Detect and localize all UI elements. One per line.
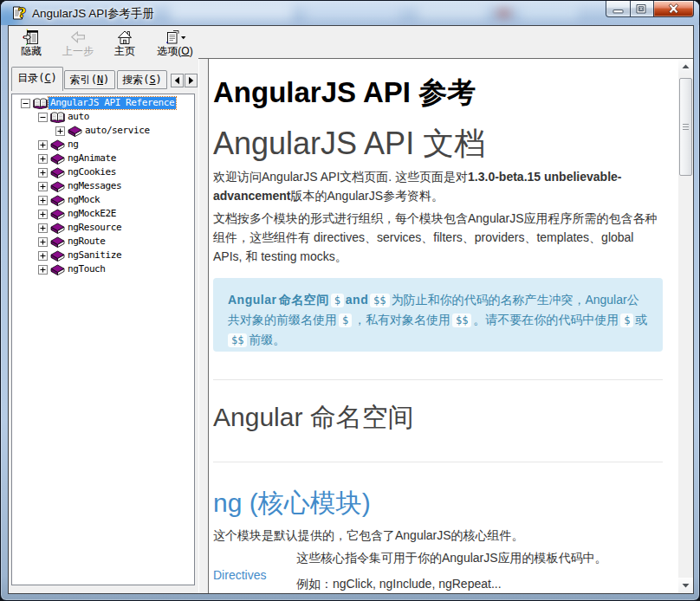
alert-segment: $ xyxy=(331,294,344,307)
tree-item-auto-service[interactable]: auto/service xyxy=(12,124,194,138)
alert-segment: $ xyxy=(339,313,352,327)
directives-line: 这些核心指令集可用于你的AngularJS应用的模板代码中。 xyxy=(296,549,607,566)
close-button[interactable] xyxy=(653,1,694,17)
tree-item-label[interactable]: auto/service xyxy=(83,125,152,137)
close-icon xyxy=(654,1,693,17)
tab-label-text: 索引 xyxy=(70,74,91,86)
directives-link[interactable]: Directives xyxy=(213,549,266,582)
expand-icon[interactable] xyxy=(38,182,48,191)
alert-segment: Angular 命名空间 xyxy=(228,293,329,307)
back-label: 上一步 xyxy=(62,46,94,57)
alert-segment: and xyxy=(346,293,368,307)
expand-icon[interactable] xyxy=(38,140,48,150)
expand-icon[interactable] xyxy=(38,223,48,233)
expand-icon[interactable] xyxy=(38,251,48,261)
minimize-icon xyxy=(606,1,630,17)
hide-button[interactable]: 隐藏 xyxy=(11,26,51,58)
closed-book-icon xyxy=(50,208,65,220)
tree-item-ngtouch[interactable]: ngTouch xyxy=(12,262,194,276)
alert-segment: $ xyxy=(620,313,633,327)
tree-item-angularjs-api-reference[interactable]: AngularJS API Reference xyxy=(12,96,194,110)
alert-segment: $$ xyxy=(370,294,389,307)
maximize-icon xyxy=(631,1,651,17)
alert-segment: ，私有对象名使用 xyxy=(353,313,450,326)
toolbar: 隐藏 上一步 主页 xyxy=(9,26,693,58)
alert-segment: 前缀。 xyxy=(249,333,285,346)
closed-book-icon xyxy=(50,180,65,192)
caption-buttons xyxy=(606,1,694,18)
help-viewer-window: ? AngularJS API参考手册 xyxy=(0,0,700,601)
options-button[interactable]: 选项(O) xyxy=(152,26,198,58)
titlebar-glass-haze xyxy=(496,9,511,18)
tree-item-label[interactable]: ngTouch xyxy=(66,263,107,275)
collapse-icon[interactable] xyxy=(21,99,30,108)
tree-item-ngcookies[interactable]: ngCookies xyxy=(12,165,194,179)
options-label: 选项(O) xyxy=(157,46,192,57)
tree-item-label[interactable]: ngMockE2E xyxy=(66,208,118,220)
tree-item-label[interactable]: ngMock xyxy=(66,194,101,206)
tree-item-nganimate[interactable]: ngAnimate xyxy=(12,152,194,165)
tree-item-ng[interactable]: ng xyxy=(12,138,194,152)
titlebar-glass-haze xyxy=(418,5,486,20)
tree-item-label[interactable]: ngCookies xyxy=(66,166,118,178)
expand-icon[interactable] xyxy=(38,210,48,219)
tab-access-key: S xyxy=(149,74,155,86)
namespace-heading: Angular 命名空间 xyxy=(213,403,663,432)
divider xyxy=(213,379,663,380)
right-arrow-icon xyxy=(187,76,195,85)
options-label-text: 选项 xyxy=(157,45,178,57)
expand-icon[interactable] xyxy=(38,265,48,275)
tree-item-label[interactable]: AngularJS API Reference xyxy=(49,97,176,109)
tab-scroll-left-button[interactable] xyxy=(171,74,184,87)
alert-segment: 。请不要在你的代码中使用 xyxy=(473,313,619,326)
closed-book-icon xyxy=(50,152,65,165)
tab-contents[interactable]: 目录(C) xyxy=(11,67,63,91)
tree-item-label[interactable]: ngRoute xyxy=(66,236,107,248)
divider xyxy=(213,462,663,462)
expand-icon[interactable] xyxy=(38,196,48,205)
content-scrollbar[interactable] xyxy=(678,59,693,593)
tree-item-label[interactable]: auto xyxy=(66,111,91,123)
scrollbar-thumb[interactable] xyxy=(679,78,692,176)
titlebar[interactable]: ? AngularJS API参考手册 xyxy=(1,1,700,25)
minimize-button[interactable] xyxy=(606,1,631,17)
tree-item-label[interactable]: ngMessages xyxy=(66,180,123,192)
tab-scroll-right-button[interactable] xyxy=(185,74,198,87)
collapse-icon[interactable] xyxy=(38,113,48,122)
intro-paragraph: 欢迎访问AngularJS API文档页面. 这些页面是对1.3.0-beta.… xyxy=(213,167,663,205)
titlebar-glass-haze xyxy=(521,5,578,20)
tab-search[interactable]: 搜索(S) xyxy=(117,70,167,89)
back-button[interactable]: 上一步 xyxy=(58,26,98,58)
directives-description-cell: 这些核心指令集可用于你的AngularJS应用的模板代码中。 例如：ngClic… xyxy=(296,549,607,592)
tree-item-label[interactable]: ngResource xyxy=(66,222,123,234)
tree-item-label[interactable]: ngAnimate xyxy=(66,152,118,165)
tree-item-label[interactable]: ngSanitize xyxy=(66,249,123,262)
scroll-down-icon xyxy=(682,583,690,588)
closed-book-icon xyxy=(50,194,65,206)
tree-item-ngroute[interactable]: ngRoute xyxy=(12,235,194,249)
tree-item-label[interactable]: ng xyxy=(66,139,80,151)
tree-item-ngmessages[interactable]: ngMessages xyxy=(12,179,194,193)
expand-icon[interactable] xyxy=(38,154,48,164)
maximize-button[interactable] xyxy=(631,1,653,17)
tree-item-ngsanitize[interactable]: ngSanitize xyxy=(12,249,194,262)
tab-label-text: 目录 xyxy=(17,72,38,84)
pane-splitter[interactable] xyxy=(198,59,209,593)
open-book-icon xyxy=(33,97,48,109)
tree-item-ngmocke2e[interactable]: ngMockE2E xyxy=(12,207,194,221)
expand-icon[interactable] xyxy=(38,168,48,178)
ng-module-heading: ng (核心模块) xyxy=(213,488,663,518)
tree-item-auto[interactable]: auto xyxy=(12,110,194,124)
expand-icon[interactable] xyxy=(55,126,65,136)
expand-icon[interactable] xyxy=(38,237,48,247)
tree-item-ngmock[interactable]: ngMock xyxy=(12,193,194,207)
closed-book-icon xyxy=(50,263,65,275)
tab-index[interactable]: 索引(N) xyxy=(64,70,115,89)
scroll-up-button[interactable] xyxy=(678,59,693,74)
left-arrow-icon xyxy=(173,76,181,85)
intro-text-post: 版本的AngularJS参考资料。 xyxy=(290,189,444,203)
scroll-down-button[interactable] xyxy=(678,578,693,592)
tab-access-key: N xyxy=(97,74,103,86)
tree-item-ngresource[interactable]: ngResource xyxy=(12,221,194,235)
home-button[interactable]: 主页 xyxy=(105,26,145,58)
